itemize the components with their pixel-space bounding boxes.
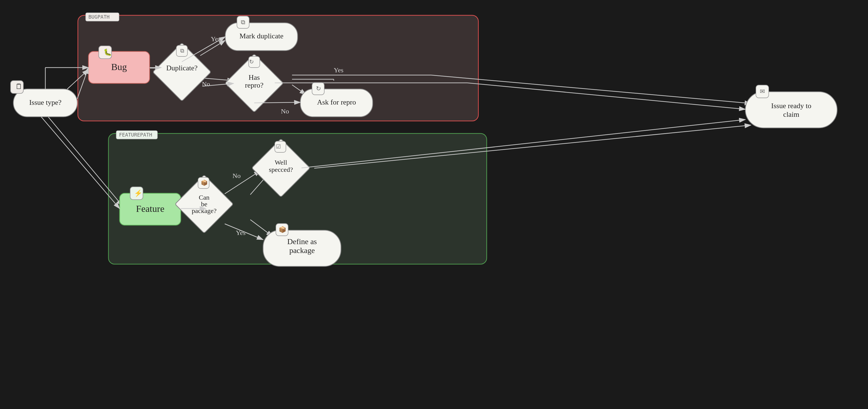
define-pkg-icon: 📦 bbox=[279, 226, 286, 233]
ask-repro-icon: ↻ bbox=[316, 85, 321, 92]
feature-icon: ⚡ bbox=[134, 189, 143, 197]
can-be-pkg-icon: 📦 bbox=[201, 179, 208, 186]
canvas: BUGPATH FEATUREPATH bbox=[0, 0, 868, 409]
define-pkg-label1: Define as bbox=[287, 237, 317, 246]
issue-type-label: Issue type? bbox=[29, 98, 61, 106]
has-repro-icon: ↻ bbox=[249, 59, 254, 65]
has-repro-label: Has bbox=[249, 73, 260, 82]
mark-dup-icon: ⧉ bbox=[241, 19, 245, 26]
svg-line-12 bbox=[431, 75, 751, 103]
ask-repro-label: Ask for repro bbox=[317, 98, 356, 106]
duplicate-icon: ⧉ bbox=[180, 48, 184, 54]
no2-label: No bbox=[281, 107, 289, 115]
svg-text:be: be bbox=[201, 200, 208, 208]
well-specced-icon: ☑ bbox=[276, 144, 281, 150]
svg-line-45 bbox=[467, 83, 745, 109]
feature-label: Feature bbox=[136, 203, 164, 214]
duplicate-label: Duplicate? bbox=[166, 64, 198, 72]
issue-ready-label1: Issue ready to bbox=[771, 102, 811, 110]
yes2-label: Yes bbox=[334, 66, 343, 74]
svg-line-47 bbox=[41, 117, 120, 209]
mark-duplicate-label: Mark duplicate bbox=[240, 32, 283, 40]
yes1-label: Yes bbox=[211, 35, 221, 42]
issue-type-icon: 🗒 bbox=[15, 83, 23, 91]
diagram-svg: BUGPATH FEATUREPATH bbox=[0, 0, 868, 409]
featurepath-label: FEATUREPATH bbox=[119, 132, 152, 138]
define-pkg-label2: package bbox=[289, 246, 315, 255]
bug-icon: 🐛 bbox=[103, 48, 112, 56]
svg-text:repro?: repro? bbox=[245, 81, 264, 89]
svg-text:specced?: specced? bbox=[269, 166, 293, 173]
issue-ready-icon: ✉ bbox=[760, 88, 765, 95]
bug-label: Bug bbox=[111, 62, 127, 72]
can-be-pkg-label: Can bbox=[199, 194, 210, 201]
no3-label: No bbox=[232, 172, 241, 179]
bugpath-label: BUGPATH bbox=[88, 14, 110, 20]
well-specced-label: Well bbox=[275, 159, 287, 166]
no1-label: No bbox=[202, 81, 210, 88]
issue-ready-label2: claim bbox=[783, 111, 799, 119]
